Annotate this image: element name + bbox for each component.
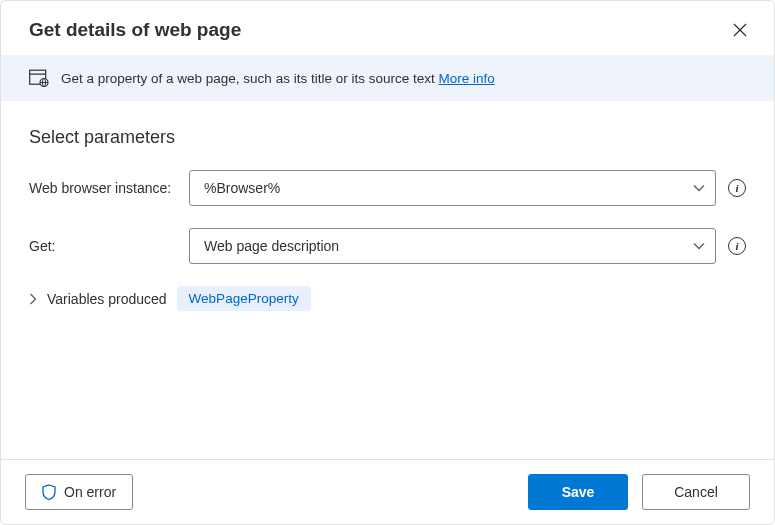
get-label: Get: xyxy=(29,238,189,254)
dialog-header: Get details of web page xyxy=(1,1,774,55)
on-error-button[interactable]: On error xyxy=(25,474,133,510)
get-value: Web page description xyxy=(204,238,339,254)
content-area: Select parameters Web browser instance: … xyxy=(1,101,774,459)
on-error-label: On error xyxy=(64,484,116,500)
info-banner: Get a property of a web page, such as it… xyxy=(1,55,774,101)
browser-instance-dropdown[interactable]: %Browser% xyxy=(189,170,716,206)
browser-instance-label: Web browser instance: xyxy=(29,180,189,196)
chevron-right-icon[interactable] xyxy=(29,293,37,305)
get-help-icon[interactable]: i xyxy=(728,237,746,255)
close-button[interactable] xyxy=(730,20,750,40)
footer-actions: Save Cancel xyxy=(528,474,750,510)
variables-produced-label: Variables produced xyxy=(47,291,167,307)
info-text: Get a property of a web page, such as it… xyxy=(61,71,438,86)
more-info-link[interactable]: More info xyxy=(438,71,494,86)
section-title: Select parameters xyxy=(29,127,746,148)
chevron-down-icon xyxy=(693,184,705,192)
browser-instance-value: %Browser% xyxy=(204,180,280,196)
close-icon xyxy=(733,23,747,37)
dialog-footer: On error Save Cancel xyxy=(1,459,774,524)
shield-icon xyxy=(42,484,56,500)
save-button[interactable]: Save xyxy=(528,474,628,510)
web-page-icon xyxy=(29,69,49,87)
chevron-down-icon xyxy=(693,242,705,250)
browser-help-icon[interactable]: i xyxy=(728,179,746,197)
browser-instance-row: Web browser instance: %Browser% i xyxy=(29,170,746,206)
get-row: Get: Web page description i xyxy=(29,228,746,264)
cancel-button[interactable]: Cancel xyxy=(642,474,750,510)
variables-produced-row: Variables produced WebPageProperty xyxy=(29,286,746,311)
info-text-container: Get a property of a web page, such as it… xyxy=(61,71,495,86)
dialog-title: Get details of web page xyxy=(29,19,241,41)
variable-pill[interactable]: WebPageProperty xyxy=(177,286,311,311)
get-dropdown[interactable]: Web page description xyxy=(189,228,716,264)
